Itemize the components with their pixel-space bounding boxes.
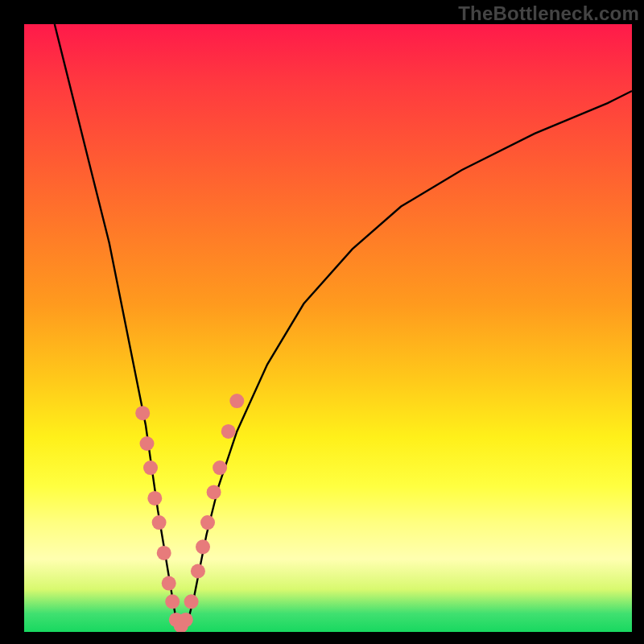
marker-dot: [135, 406, 150, 420]
marker-dot: [152, 515, 167, 530]
marker-dot: [140, 436, 155, 451]
marker-dot: [196, 539, 210, 554]
marker-dot: [213, 460, 227, 475]
marker-dot: [179, 613, 193, 627]
marker-dot: [157, 546, 171, 560]
chart-svg: [24, 24, 632, 632]
plot-area: [24, 24, 632, 632]
chart-frame: TheBottleneck.com: [0, 0, 644, 644]
marker-dot: [147, 491, 162, 506]
marker-dot: [184, 594, 199, 609]
bottleneck-curve: [55, 24, 632, 632]
marker-dot: [200, 515, 215, 530]
marker-dot: [221, 424, 236, 439]
marker-dot: [162, 576, 176, 591]
watermark-text: TheBottleneck.com: [458, 2, 639, 25]
marker-dot: [207, 485, 221, 499]
marker-group: [135, 394, 244, 632]
marker-dot: [191, 564, 205, 579]
marker-dot: [229, 394, 244, 408]
marker-dot: [165, 594, 180, 609]
marker-dot: [143, 460, 158, 475]
